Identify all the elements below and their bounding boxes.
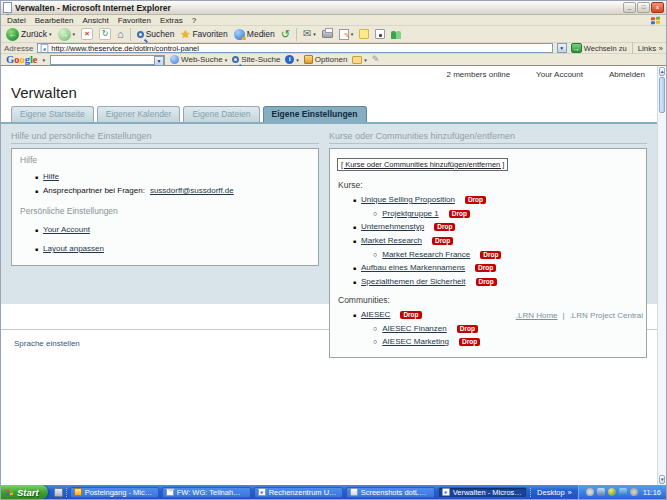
drop-button[interactable]: Drop [475, 264, 496, 272]
notes-button[interactable] [358, 29, 370, 39]
course-link[interactable]: Unique Selling Proposition [361, 195, 455, 204]
pen-icon[interactable]: ✎ [372, 55, 380, 64]
tab-eigene-dateien[interactable]: Eigene Dateien [183, 106, 259, 122]
scroll-down-icon[interactable]: ▼ [659, 475, 665, 484]
discuss-button[interactable] [374, 29, 386, 39]
menu-ansicht[interactable]: Ansicht [82, 16, 108, 25]
task-rechenzentrum[interactable]: e Rechenzentrum Uni K... [254, 487, 343, 498]
tray-icon-5[interactable] [630, 488, 638, 496]
menu-bearbeiten[interactable]: Bearbeiten [35, 16, 74, 25]
start-button[interactable]: Start [1, 485, 48, 499]
tab-eigener-kalender[interactable]: Eigener Kalender [97, 106, 181, 122]
edit-button[interactable]: ▾ [338, 29, 355, 40]
options-button[interactable]: Optionen [304, 55, 347, 64]
links-toolbar[interactable]: Links » [638, 44, 663, 53]
menu-hilfe[interactable]: ? [192, 16, 196, 25]
highlight-dropdown-icon[interactable]: ▾ [364, 57, 367, 63]
lrn-project-central-link[interactable]: .LRN Project Central [570, 311, 643, 320]
course-link[interactable]: Unternehmenstyp [361, 222, 424, 231]
go-button[interactable]: → Wechseln zu [571, 43, 627, 53]
desktop-chevron-icon[interactable]: » [568, 488, 572, 497]
logout-link[interactable]: Abmelden [609, 70, 645, 79]
scrollbar-track[interactable] [659, 114, 665, 475]
close-button[interactable]: × [651, 2, 664, 13]
scrollbar-thumb[interactable] [659, 77, 665, 113]
google-logo-dropdown-icon[interactable]: ▾ [43, 57, 46, 63]
google-search-dropdown-icon[interactable]: ▼ [154, 56, 164, 66]
address-input[interactable]: http://www.theservice.de/dotlrn/control-… [37, 43, 552, 53]
tray-icon-3[interactable] [608, 488, 616, 496]
tab-eigene-startseite[interactable]: Eigene Startseite [11, 106, 94, 122]
course-link[interactable]: Projektgruppe 1 [382, 209, 438, 218]
search-button[interactable]: Suchen [136, 29, 176, 39]
task-mail-message[interactable]: FW: WG: Teilnahme v... [162, 487, 251, 498]
web-search-button[interactable]: Web-Suche ▾ [170, 55, 227, 64]
layout-anpassen-link[interactable]: Layout anpassen [43, 244, 104, 253]
drop-button[interactable]: Drop [465, 196, 486, 204]
drop-button[interactable]: Drop [432, 237, 453, 245]
mail-dropdown-icon[interactable]: ▾ [313, 31, 316, 37]
your-account-settings-link[interactable]: Your Account [43, 225, 90, 234]
language-link[interactable]: Sprache einstellen [14, 339, 80, 348]
manage-membership-link[interactable]: [ Kurse oder Communities hinzufügen/entf… [337, 158, 508, 171]
back-button[interactable]: ← Zurück ▾ [5, 28, 53, 41]
forward-dropdown-icon[interactable]: ▾ [73, 31, 76, 37]
lrn-home-link[interactable]: .LRN Home [516, 311, 558, 320]
print-button[interactable] [321, 30, 334, 38]
your-account-link[interactable]: Your Account [536, 70, 583, 79]
web-search-dropdown-icon[interactable]: ▾ [225, 57, 228, 63]
community-link[interactable]: AIESEC Finanzen [382, 324, 446, 333]
show-desktop-icon[interactable] [54, 488, 63, 497]
drop-button[interactable]: Drop [400, 311, 421, 319]
favorites-button[interactable]: ★ Favoriten [180, 29, 229, 40]
tab-eigene-einstellungen[interactable]: Eigene Einstellungen [263, 106, 367, 122]
task-screenshots[interactable]: Screenshots dotLRN... [346, 487, 435, 498]
tray-icon-2[interactable] [597, 488, 605, 496]
drop-button[interactable]: Drop [457, 325, 478, 333]
drop-button[interactable]: Drop [449, 210, 470, 218]
google-search-input[interactable]: ▼ [50, 55, 165, 65]
drop-button[interactable]: Drop [459, 338, 480, 346]
drop-button[interactable]: Drop [434, 223, 455, 231]
help-link[interactable]: Hilfe [43, 172, 59, 181]
mail-button[interactable]: ✉ ▾ [302, 29, 317, 39]
maximize-button[interactable]: □ [637, 2, 650, 13]
home-button[interactable]: ⌂ [116, 29, 125, 40]
menu-extras[interactable]: Extras [160, 16, 183, 25]
drop-button[interactable]: Drop [476, 278, 497, 286]
community-link[interactable]: AIESEC Marketing [382, 337, 449, 346]
course-link[interactable]: Aufbau eines Markennamens [361, 263, 465, 272]
task-verwalten[interactable]: e Verwalten - Microsoft... [438, 487, 527, 498]
course-link[interactable]: Spezialthemen der Sicherheit [361, 277, 466, 286]
messenger-button[interactable] [390, 29, 403, 39]
address-dropdown-icon[interactable]: ▼ [557, 43, 567, 53]
community-link[interactable]: AIESEC [361, 310, 390, 319]
scroll-up-icon[interactable]: ▲ [659, 67, 665, 76]
tray-icon-1[interactable] [586, 488, 594, 496]
refresh-button[interactable]: ↻ [98, 28, 112, 40]
back-dropdown-icon[interactable]: ▾ [49, 31, 52, 37]
task-posteingang[interactable]: Posteingang - Micros... [70, 487, 159, 498]
history-button[interactable]: ↺ [280, 29, 291, 40]
vertical-scrollbar[interactable]: ▲ ▼ [657, 66, 666, 485]
contact-email-link[interactable]: sussdorff@sussdorff.de [150, 186, 234, 195]
page-info-button[interactable]: i ▾ [285, 55, 299, 64]
drop-button[interactable]: Drop [480, 251, 501, 259]
ie-doc-icon: e [258, 488, 266, 496]
media-button[interactable]: Medien [233, 29, 276, 40]
minimize-button[interactable]: _ [623, 2, 636, 13]
course-link[interactable]: Market Research [361, 236, 422, 245]
edit-dropdown-icon[interactable]: ▾ [351, 31, 354, 37]
info-dropdown-icon[interactable]: ▾ [296, 57, 299, 63]
stop-button[interactable]: × [80, 28, 94, 40]
tray-icon-4[interactable] [619, 488, 627, 496]
highlight-button[interactable]: ▾ [352, 56, 367, 64]
course-link[interactable]: Market Research France [382, 250, 470, 259]
google-logo[interactable]: Google [6, 55, 38, 65]
menu-datei[interactable]: Datei [7, 16, 26, 25]
site-search-button[interactable]: Site-Suche [232, 55, 280, 64]
links-chevron-icon[interactable]: » [659, 44, 663, 53]
desktop-toolbar[interactable]: Desktop » [530, 488, 575, 497]
forward-button[interactable]: → ▾ [57, 28, 77, 41]
menu-favoriten[interactable]: Favoriten [118, 16, 151, 25]
